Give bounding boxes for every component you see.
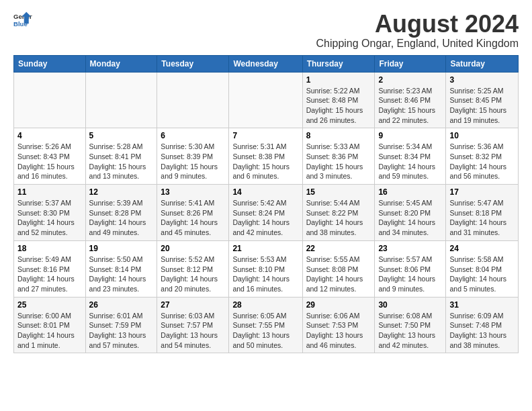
calendar-cell: 11Sunrise: 5:37 AMSunset: 8:30 PMDayligh…	[14, 185, 86, 241]
day-info: Sunrise: 5:31 AMSunset: 8:38 PMDaylight:…	[232, 142, 298, 181]
day-info: Sunrise: 5:37 AMSunset: 8:30 PMDaylight:…	[17, 198, 82, 238]
calendar-cell: 16Sunrise: 5:45 AMSunset: 8:20 PMDayligh…	[375, 185, 446, 241]
day-number: 6	[161, 131, 225, 140]
calendar-cell: 9Sunrise: 5:34 AMSunset: 8:34 PMDaylight…	[375, 128, 446, 185]
day-info: Sunrise: 6:03 AMSunset: 7:57 PMDaylight:…	[161, 311, 225, 351]
day-number: 24	[449, 244, 515, 253]
day-info: Sunrise: 5:47 AMSunset: 8:18 PMDaylight:…	[449, 198, 515, 238]
calendar-cell: 22Sunrise: 5:55 AMSunset: 8:08 PMDayligh…	[302, 240, 375, 297]
day-info: Sunrise: 6:06 AMSunset: 7:53 PMDaylight:…	[306, 311, 371, 351]
day-number: 27	[161, 300, 225, 310]
calendar-cell: 5Sunrise: 5:28 AMSunset: 8:41 PMDaylight…	[85, 128, 157, 185]
day-number: 21	[232, 244, 298, 253]
day-number: 19	[89, 244, 154, 253]
day-info: Sunrise: 5:28 AMSunset: 8:41 PMDaylight:…	[89, 142, 154, 181]
day-number: 4	[17, 131, 82, 140]
day-info: Sunrise: 5:34 AMSunset: 8:34 PMDaylight:…	[378, 142, 442, 181]
calendar-cell: 31Sunrise: 6:09 AMSunset: 7:48 PMDayligh…	[446, 297, 519, 353]
day-number: 17	[449, 187, 515, 197]
day-info: Sunrise: 5:57 AMSunset: 8:06 PMDaylight:…	[378, 255, 442, 294]
calendar-cell: 14Sunrise: 5:42 AMSunset: 8:24 PMDayligh…	[229, 185, 302, 241]
day-number: 22	[306, 244, 371, 253]
day-info: Sunrise: 5:50 AMSunset: 8:14 PMDaylight:…	[89, 255, 154, 294]
calendar-body: 1Sunrise: 5:22 AMSunset: 8:48 PMDaylight…	[14, 72, 519, 353]
calendar-cell: 19Sunrise: 5:50 AMSunset: 8:14 PMDayligh…	[85, 240, 157, 297]
day-info: Sunrise: 5:45 AMSunset: 8:20 PMDaylight:…	[378, 198, 442, 238]
calendar-cell: 27Sunrise: 6:03 AMSunset: 7:57 PMDayligh…	[157, 297, 229, 353]
day-number: 11	[17, 187, 82, 197]
day-info: Sunrise: 6:01 AMSunset: 7:59 PMDaylight:…	[89, 311, 154, 351]
day-info: Sunrise: 5:36 AMSunset: 8:32 PMDaylight:…	[449, 142, 515, 181]
calendar-cell: 10Sunrise: 5:36 AMSunset: 8:32 PMDayligh…	[446, 128, 519, 185]
calendar-cell: 26Sunrise: 6:01 AMSunset: 7:59 PMDayligh…	[85, 297, 157, 353]
col-saturday: Saturday	[446, 55, 519, 72]
day-number: 16	[378, 187, 442, 197]
logo-icon: General Blue	[13, 11, 32, 30]
calendar-week-2: 4Sunrise: 5:26 AMSunset: 8:43 PMDaylight…	[14, 128, 519, 185]
calendar-table: Sunday Monday Tuesday Wednesday Thursday…	[13, 55, 519, 354]
day-number: 20	[161, 244, 225, 253]
calendar-cell: 2Sunrise: 5:23 AMSunset: 8:46 PMDaylight…	[375, 72, 446, 128]
title-area: August 2024 Chipping Ongar, England, Uni…	[316, 11, 519, 50]
day-info: Sunrise: 5:55 AMSunset: 8:08 PMDaylight:…	[306, 255, 371, 294]
day-number: 30	[378, 300, 442, 310]
day-info: Sunrise: 5:44 AMSunset: 8:22 PMDaylight:…	[306, 198, 371, 238]
day-number: 14	[232, 187, 298, 197]
calendar-cell	[85, 72, 157, 128]
calendar-cell: 25Sunrise: 6:00 AMSunset: 8:01 PMDayligh…	[14, 297, 86, 353]
calendar-cell: 20Sunrise: 5:52 AMSunset: 8:12 PMDayligh…	[157, 240, 229, 297]
day-info: Sunrise: 5:52 AMSunset: 8:12 PMDaylight:…	[161, 255, 225, 294]
col-tuesday: Tuesday	[157, 55, 229, 72]
day-info: Sunrise: 5:33 AMSunset: 8:36 PMDaylight:…	[306, 142, 371, 181]
day-info: Sunrise: 5:22 AMSunset: 8:48 PMDaylight:…	[306, 86, 371, 126]
calendar-cell: 15Sunrise: 5:44 AMSunset: 8:22 PMDayligh…	[302, 185, 375, 241]
month-year: August 2024	[316, 11, 519, 38]
day-number: 8	[306, 131, 371, 140]
day-info: Sunrise: 5:25 AMSunset: 8:45 PMDaylight:…	[449, 86, 515, 126]
day-number: 25	[17, 300, 82, 310]
day-info: Sunrise: 5:39 AMSunset: 8:28 PMDaylight:…	[89, 198, 154, 238]
calendar-cell: 7Sunrise: 5:31 AMSunset: 8:38 PMDaylight…	[229, 128, 302, 185]
day-info: Sunrise: 6:00 AMSunset: 8:01 PMDaylight:…	[17, 311, 82, 351]
calendar-header: Sunday Monday Tuesday Wednesday Thursday…	[14, 55, 519, 72]
day-info: Sunrise: 5:53 AMSunset: 8:10 PMDaylight:…	[232, 255, 298, 294]
calendar-cell: 6Sunrise: 5:30 AMSunset: 8:39 PMDaylight…	[157, 128, 229, 185]
col-friday: Friday	[375, 55, 446, 72]
calendar-cell: 28Sunrise: 6:05 AMSunset: 7:55 PMDayligh…	[229, 297, 302, 353]
calendar-cell: 24Sunrise: 5:58 AMSunset: 8:04 PMDayligh…	[446, 240, 519, 297]
day-number: 28	[232, 300, 298, 310]
day-info: Sunrise: 5:23 AMSunset: 8:46 PMDaylight:…	[378, 86, 442, 126]
day-info: Sunrise: 5:30 AMSunset: 8:39 PMDaylight:…	[161, 142, 225, 181]
calendar-cell: 29Sunrise: 6:06 AMSunset: 7:53 PMDayligh…	[302, 297, 375, 353]
day-number: 1	[306, 75, 371, 85]
day-number: 13	[161, 187, 225, 197]
col-sunday: Sunday	[14, 55, 86, 72]
calendar-cell: 17Sunrise: 5:47 AMSunset: 8:18 PMDayligh…	[446, 185, 519, 241]
calendar-week-4: 18Sunrise: 5:49 AMSunset: 8:16 PMDayligh…	[14, 240, 519, 297]
calendar-week-1: 1Sunrise: 5:22 AMSunset: 8:48 PMDaylight…	[14, 72, 519, 128]
day-number: 10	[449, 131, 515, 140]
day-info: Sunrise: 5:42 AMSunset: 8:24 PMDaylight:…	[232, 198, 298, 238]
day-number: 3	[449, 75, 515, 85]
calendar-cell: 18Sunrise: 5:49 AMSunset: 8:16 PMDayligh…	[14, 240, 86, 297]
calendar-cell: 1Sunrise: 5:22 AMSunset: 8:48 PMDaylight…	[302, 72, 375, 128]
location: Chipping Ongar, England, United Kingdom	[316, 38, 519, 50]
day-number: 9	[378, 131, 442, 140]
day-number: 2	[378, 75, 442, 85]
calendar-cell	[229, 72, 302, 128]
calendar-cell: 13Sunrise: 5:41 AMSunset: 8:26 PMDayligh…	[157, 185, 229, 241]
col-wednesday: Wednesday	[229, 55, 302, 72]
calendar-cell	[14, 72, 86, 128]
calendar-cell: 23Sunrise: 5:57 AMSunset: 8:06 PMDayligh…	[375, 240, 446, 297]
day-number: 29	[306, 300, 371, 310]
header-row: Sunday Monday Tuesday Wednesday Thursday…	[14, 55, 519, 72]
day-number: 5	[89, 131, 154, 140]
day-info: Sunrise: 5:41 AMSunset: 8:26 PMDaylight:…	[161, 198, 225, 238]
day-number: 31	[449, 300, 515, 310]
calendar-week-5: 25Sunrise: 6:00 AMSunset: 8:01 PMDayligh…	[14, 297, 519, 353]
logo: General Blue	[13, 11, 32, 30]
day-number: 12	[89, 187, 154, 197]
col-monday: Monday	[85, 55, 157, 72]
day-number: 15	[306, 187, 371, 197]
calendar-cell: 3Sunrise: 5:25 AMSunset: 8:45 PMDaylight…	[446, 72, 519, 128]
